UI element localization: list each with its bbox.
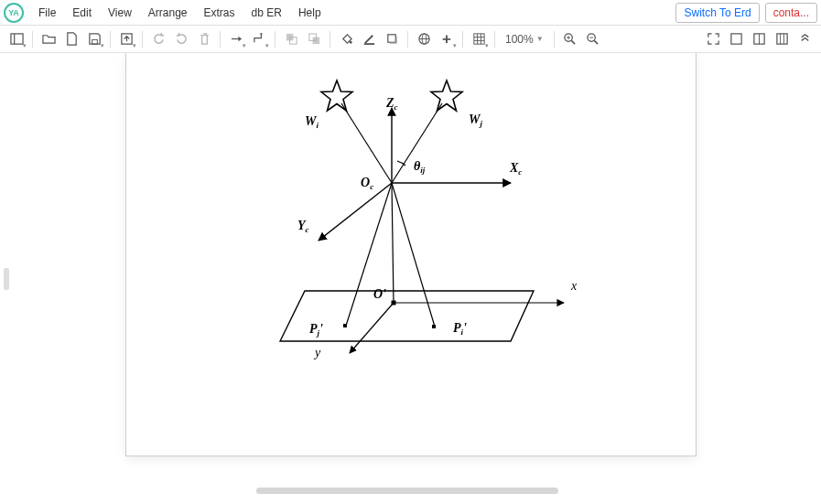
- label-wj: Wj: [469, 113, 482, 128]
- svg-rect-0: [10, 34, 22, 44]
- save-button[interactable]: [83, 28, 105, 50]
- label-wi: Wi: [305, 114, 319, 130]
- label-pi-prime: Pi': [453, 321, 467, 337]
- to-front-button[interactable]: [280, 28, 302, 50]
- label-theta: θij: [414, 159, 426, 175]
- menu-edit[interactable]: Edit: [65, 3, 99, 23]
- label-y: y: [313, 346, 321, 359]
- line-color-button[interactable]: [358, 28, 380, 50]
- svg-rect-9: [363, 43, 373, 45]
- menu-extras[interactable]: Extras: [197, 3, 243, 23]
- zoom-in-button[interactable]: [559, 28, 581, 50]
- sidebar-collapse-handle[interactable]: [4, 268, 9, 290]
- layers-panel-button[interactable]: [771, 28, 793, 50]
- switch-to-erd-button[interactable]: Switch To Erd: [675, 3, 759, 23]
- svg-line-37: [392, 183, 394, 303]
- new-page-button[interactable]: [60, 28, 82, 50]
- collapse-toolbar-button[interactable]: [794, 28, 816, 50]
- fill-color-button[interactable]: [335, 28, 357, 50]
- label-oprime: O': [373, 287, 386, 301]
- view-sidebar-toggle[interactable]: [5, 28, 27, 50]
- label-zc: Zc: [385, 96, 398, 112]
- label-yc: Yc: [297, 219, 309, 234]
- svg-line-40: [350, 303, 394, 353]
- label-xc: Xc: [509, 161, 522, 177]
- zoom-out-button[interactable]: [582, 28, 604, 50]
- toolbar: + 100%▼: [0, 26, 821, 53]
- svg-rect-10: [387, 35, 394, 42]
- contact-button[interactable]: conta...: [765, 3, 817, 23]
- fullscreen-button[interactable]: [702, 28, 724, 50]
- star-left-icon: [321, 80, 352, 111]
- svg-point-8: [349, 41, 351, 44]
- logo-text: YA: [8, 8, 19, 17]
- label-oc: Oc: [361, 176, 373, 191]
- star-right-icon: [431, 80, 462, 111]
- label-x: x: [570, 279, 578, 293]
- zoom-dropdown[interactable]: 100%▼: [500, 33, 549, 46]
- open-button[interactable]: [38, 28, 59, 50]
- workspace: Zc Xc Yc Oc θij Wi Wj O' x y Pi' Pj': [0, 53, 821, 504]
- to-back-button[interactable]: [303, 28, 325, 50]
- label-pj-prime: Pj': [309, 322, 323, 338]
- redo-button[interactable]: [170, 28, 192, 50]
- table-button[interactable]: [468, 28, 490, 50]
- insert-button[interactable]: +: [436, 28, 458, 50]
- svg-line-41: [392, 183, 435, 327]
- menu-view[interactable]: View: [101, 3, 139, 23]
- svg-line-43: [346, 183, 392, 326]
- waypoint-style-button[interactable]: [248, 28, 270, 50]
- export-button[interactable]: [115, 28, 137, 50]
- svg-rect-2: [92, 39, 97, 44]
- svg-rect-44: [343, 324, 347, 327]
- menu-file[interactable]: File: [31, 3, 63, 23]
- horizontal-scrollbar[interactable]: [256, 488, 558, 494]
- canvas[interactable]: Zc Xc Yc Oc θij Wi Wj O' x y Pi' Pj': [126, 53, 696, 456]
- menubar: YA File Edit View Arrange Extras db ER H…: [0, 0, 821, 26]
- delete-button[interactable]: [193, 28, 215, 50]
- svg-rect-42: [432, 325, 436, 328]
- outline-panel-button[interactable]: [748, 28, 770, 50]
- svg-rect-29: [776, 34, 786, 44]
- connection-style-button[interactable]: [225, 28, 247, 50]
- undo-button[interactable]: [147, 28, 169, 50]
- globe-icon[interactable]: [413, 28, 435, 50]
- svg-rect-26: [730, 34, 740, 44]
- svg-line-35: [341, 103, 392, 183]
- menu-help[interactable]: Help: [291, 3, 329, 23]
- svg-rect-14: [473, 34, 483, 44]
- menu-arrange[interactable]: Arrange: [141, 3, 195, 23]
- svg-line-34: [319, 183, 392, 241]
- svg-line-20: [572, 40, 576, 44]
- menu-db-er[interactable]: db ER: [244, 3, 289, 23]
- diagram-svg: Zc Xc Yc Oc θij Wi Wj O' x y Pi' Pj': [126, 53, 696, 456]
- app-logo: YA: [4, 3, 24, 23]
- shadow-button[interactable]: [381, 28, 403, 50]
- format-panel-button[interactable]: [725, 28, 747, 50]
- zoom-value: 100%: [505, 33, 534, 46]
- svg-line-24: [595, 40, 599, 44]
